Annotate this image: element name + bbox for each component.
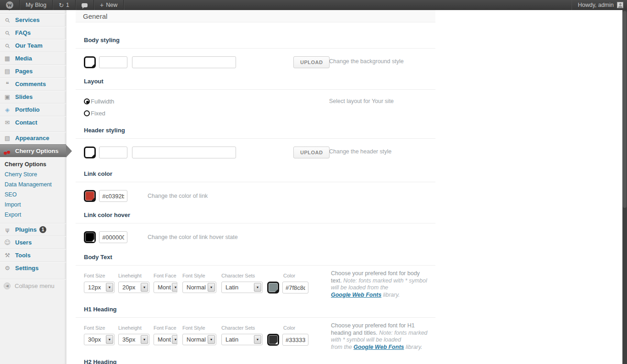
chevron-down-icon: ▼ (208, 283, 215, 292)
body-bg-image-input[interactable] (132, 56, 236, 68)
section-layout: Layout Fullwidth Fixed Select layout for… (76, 78, 435, 122)
h1-font-size-select[interactable]: 30px ▼ (84, 334, 115, 345)
collapse-arrow-icon: ◀ (4, 283, 11, 289)
radio-selected-icon[interactable] (84, 98, 90, 104)
sidebar-item-services[interactable]: ⚲ Services (0, 13, 66, 26)
sidebar-item-partial[interactable]: ⚲ (0, 10, 66, 13)
submenu-item-cherry-store[interactable]: Cherry Store (0, 169, 66, 179)
character-sets-label: Character Sets (221, 273, 263, 278)
page-scrollbar[interactable] (622, 0, 627, 364)
chevron-down-icon: ▼ (172, 283, 177, 292)
h1-font-face-select[interactable]: Mont ▼ (154, 334, 177, 345)
settings-icon: ⚙ (4, 265, 11, 272)
header-styling-description: Change the header style (329, 148, 391, 155)
sidebar-item-media[interactable]: ▦ Media (0, 52, 66, 65)
sidebar-item-tools[interactable]: ⚒ Tools (0, 249, 66, 261)
link-color-input[interactable] (99, 190, 127, 202)
header-bg-image-input[interactable] (132, 147, 236, 158)
section-heading: Body Text (76, 254, 435, 261)
section-heading: H1 Heading (76, 306, 435, 313)
comments-link[interactable] (76, 0, 94, 10)
chevron-down-icon: ▼ (208, 335, 215, 344)
new-content-button[interactable]: + New (94, 0, 124, 10)
body-text-color-swatch[interactable] (267, 282, 279, 293)
header-bg-color-input[interactable] (99, 147, 127, 158)
body-charset-select[interactable]: Latin ▼ (221, 282, 263, 293)
section-divider (76, 89, 435, 90)
body-font-size-select[interactable]: 12px ▼ (84, 282, 115, 293)
sidebar-item-faqs[interactable]: ⚲ FAQs (0, 26, 66, 39)
section-divider (76, 138, 435, 139)
chevron-down-icon: ▼ (141, 283, 148, 292)
h1-charset-select[interactable]: Latin ▼ (221, 334, 263, 345)
page-title: General (83, 12, 107, 20)
slides-icon: ▣ (4, 93, 11, 101)
layout-fixed-option[interactable]: Fixed (76, 110, 435, 117)
font-style-label: Font Style (182, 273, 216, 278)
chevron-down-icon: ▼ (141, 335, 148, 344)
h1-color-swatch[interactable] (267, 334, 279, 346)
sidebar-item-portfolio[interactable]: ◈ Portfolio (0, 103, 66, 116)
admin-sidebar: ⚲ ⚲ Services ⚲ FAQs ⚲ Our Team ▦ Media ▤… (0, 10, 66, 364)
section-divider (76, 317, 435, 318)
updates-icon: ↻ (59, 2, 64, 9)
account-menu[interactable]: Howdy, admin (572, 0, 627, 10)
body-bg-color-input[interactable] (99, 56, 127, 68)
section-heading: Header styling (76, 127, 435, 134)
h1-heading-description: Choose your prefered font for H1 heading… (331, 322, 428, 351)
section-heading: Link color hover (76, 212, 435, 218)
sidebar-item-plugins[interactable]: ψ Plugins 1 (0, 223, 66, 236)
section-divider (76, 48, 435, 49)
submenu-item-cherry-options[interactable]: Cherry Options (0, 159, 66, 169)
updates-link[interactable]: ↻ 1 (53, 0, 76, 10)
sidebar-item-users[interactable]: ☺ Users (0, 236, 66, 249)
link-hover-color-input[interactable] (99, 231, 127, 243)
sidebar-item-appearance[interactable]: ▧ Appearance (0, 131, 66, 144)
sidebar-item-pages[interactable]: ▤ Pages (0, 65, 66, 77)
sidebar-item-slides[interactable]: ▣ Slides (0, 90, 66, 103)
sidebar-item-contact[interactable]: ✉ Contact (0, 116, 66, 129)
cherry-icon (4, 147, 11, 155)
body-font-face-select[interactable]: Mont ▼ (154, 282, 177, 293)
section-header-styling: Header styling UPLOAD Change the header … (76, 127, 435, 158)
section-link-color-hover: Link color hover Change the color of lin… (76, 212, 435, 243)
body-font-style-select[interactable]: Normal ▼ (182, 282, 216, 293)
h1-lineheight-select[interactable]: 35px ▼ (118, 334, 149, 345)
submenu-item-data-management[interactable]: Data Management (0, 179, 66, 190)
google-web-fonts-link[interactable]: Google Web Fonts (353, 344, 404, 350)
users-icon: ☺ (4, 239, 11, 246)
google-web-fonts-link[interactable]: Google Web Fonts (331, 292, 381, 298)
font-style-label: Font Style (182, 325, 216, 331)
body-text-color-input[interactable] (282, 282, 308, 293)
body-bg-color-swatch[interactable] (84, 56, 96, 68)
comments-icon: ❝ (4, 81, 11, 88)
plugins-icon: ψ (4, 226, 11, 234)
submenu-item-seo[interactable]: SEO (0, 190, 66, 200)
submenu-item-export[interactable]: Export (0, 210, 66, 220)
pin-icon: ⚲ (2, 40, 13, 51)
header-bg-upload-button[interactable]: UPLOAD (293, 147, 330, 158)
collapse-menu-button[interactable]: ◀ Collapse menu (0, 279, 66, 293)
font-face-label: Font Face (154, 325, 177, 331)
pages-icon: ▤ (4, 68, 11, 75)
pin-icon: ⚲ (2, 10, 13, 13)
h1-color-input[interactable] (282, 334, 308, 346)
site-name-link[interactable]: My Blog (20, 0, 53, 10)
link-hover-color-swatch[interactable] (84, 231, 96, 243)
chevron-down-icon: ▼ (254, 283, 261, 292)
sidebar-item-cherry-options[interactable]: Cherry Options (0, 144, 66, 157)
scrollbar-thumb[interactable] (623, 11, 627, 208)
body-bg-upload-button[interactable]: UPLOAD (293, 56, 330, 68)
sidebar-item-settings[interactable]: ⚙ Settings (0, 261, 66, 274)
h1-font-style-select[interactable]: Normal ▼ (182, 334, 216, 345)
wordpress-menu-button[interactable]: W (0, 0, 20, 10)
radio-unselected-icon[interactable] (84, 110, 90, 116)
sidebar-item-our-team[interactable]: ⚲ Our Team (0, 39, 66, 52)
link-color-swatch[interactable] (84, 190, 96, 202)
body-styling-description: Change the background style (329, 58, 404, 65)
body-lineheight-select[interactable]: 20px ▼ (118, 282, 149, 293)
submenu-item-import[interactable]: Import (0, 200, 66, 210)
header-bg-color-swatch[interactable] (84, 147, 96, 158)
sidebar-item-comments[interactable]: ❝ Comments (0, 77, 66, 90)
new-label: New (106, 2, 117, 8)
